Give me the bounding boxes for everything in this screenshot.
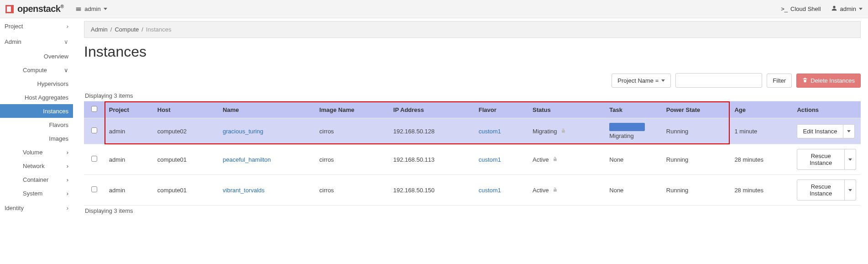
chevron-right-icon: › — [67, 23, 68, 30]
chevron-right-icon: › — [67, 205, 68, 211]
col-image[interactable]: Image Name — [315, 101, 389, 118]
col-flavor[interactable]: Flavor — [474, 101, 528, 118]
col-ip[interactable]: IP Address — [389, 101, 474, 118]
brand-text: openstack® — [17, 4, 63, 14]
sidebar-item-network[interactable]: Network › — [0, 159, 73, 173]
unlock-icon — [552, 187, 558, 194]
user-menu[interactable]: admin — [831, 5, 863, 13]
instance-name-link[interactable]: peaceful_hamilton — [223, 156, 271, 163]
openstack-logo-icon — [5, 5, 14, 13]
row-action-button[interactable]: Rescue Instance — [797, 149, 845, 170]
task-label: Migrating — [609, 132, 633, 139]
col-checkbox[interactable] — [84, 101, 105, 118]
row-checkbox[interactable] — [91, 156, 97, 162]
row-action-dropdown[interactable] — [845, 149, 856, 170]
caret-down-icon — [848, 158, 852, 161]
task-label: None — [609, 187, 623, 194]
breadcrumb-compute[interactable]: Compute — [115, 26, 139, 33]
cell-host: compute01 — [153, 144, 218, 175]
page-title: Instances — [84, 43, 861, 60]
flavor-link[interactable]: custom1 — [479, 128, 501, 135]
table-row: admincompute02gracious_turingcirros192.1… — [84, 118, 861, 144]
sidebar-item-hypervisors[interactable]: Hypervisors — [0, 77, 73, 90]
cell-ip: 192.168.50.150 — [389, 175, 474, 206]
sidebar-item-instances[interactable]: Instances — [0, 104, 73, 118]
project-dropdown[interactable]: admin — [75, 5, 107, 12]
sidebar-section-identity[interactable]: Identity › — [0, 200, 73, 216]
unlock-icon — [560, 128, 566, 135]
user-menu-label: admin — [840, 5, 856, 12]
filter-button[interactable]: Filter — [767, 74, 792, 88]
cell-power: Running — [662, 144, 730, 175]
cell-ip: 192.168.50.128 — [389, 118, 474, 144]
layers-icon — [75, 6, 82, 12]
sidebar-item-overview[interactable]: Overview — [0, 49, 73, 63]
row-checkbox[interactable] — [91, 127, 97, 133]
instance-name-link[interactable]: vibrant_torvalds — [223, 187, 265, 194]
cell-host: compute01 — [153, 175, 218, 206]
col-name[interactable]: Name — [218, 101, 315, 118]
flavor-link[interactable]: custom1 — [479, 187, 501, 194]
cell-power: Running — [662, 175, 730, 206]
row-action-button[interactable]: Edit Instance — [797, 124, 843, 138]
chevron-down-icon: ∨ — [64, 67, 68, 74]
delete-instances-button[interactable]: Delete Instances — [796, 74, 861, 88]
filter-field-dropdown[interactable]: Project Name = — [612, 74, 671, 88]
cell-status: Active — [528, 144, 605, 175]
cell-age: 28 minutes — [730, 144, 792, 175]
row-action-dropdown[interactable] — [845, 180, 856, 201]
flavor-link[interactable]: custom1 — [479, 156, 501, 163]
col-host[interactable]: Host — [153, 101, 218, 118]
cell-power: Running — [662, 118, 730, 144]
cell-status: Active — [528, 175, 605, 206]
instance-name-link[interactable]: gracious_turing — [223, 128, 263, 135]
sidebar-item-volume[interactable]: Volume › — [0, 145, 73, 159]
sidebar-item-system[interactable]: System › — [0, 186, 73, 200]
row-action-dropdown[interactable] — [843, 124, 855, 138]
chevron-right-icon: › — [67, 149, 68, 156]
cell-status: Migrating — [528, 118, 605, 144]
sidebar: Project › Admin ∨ Overview Compute ∨ Hyp… — [0, 18, 73, 264]
caret-down-icon — [104, 8, 107, 10]
breadcrumb-instances: Instances — [146, 26, 172, 33]
sidebar-item-flavors[interactable]: Flavors — [0, 118, 73, 132]
cell-project: admin — [105, 175, 153, 206]
table-row: admincompute01vibrant_torvaldscirros192.… — [84, 175, 861, 206]
col-age[interactable]: Age — [730, 101, 792, 118]
cell-project: admin — [105, 144, 153, 175]
caret-down-icon — [661, 79, 665, 82]
cell-image: cirros — [315, 144, 389, 175]
col-actions: Actions — [792, 101, 861, 118]
sidebar-item-container[interactable]: Container › — [0, 173, 73, 186]
caret-down-icon — [848, 189, 852, 191]
col-power[interactable]: Power State — [662, 101, 730, 118]
col-status[interactable]: Status — [528, 101, 605, 118]
breadcrumb: Admin / Compute / Instances — [84, 21, 861, 38]
chevron-down-icon: ∨ — [64, 38, 68, 45]
row-action-button[interactable]: Rescue Instance — [797, 180, 845, 201]
caret-down-icon — [847, 130, 851, 132]
table-row: admincompute01peaceful_hamiltoncirros192… — [84, 144, 861, 175]
cell-image: cirros — [315, 118, 389, 144]
cell-host: compute02 — [153, 118, 218, 144]
unlock-icon — [552, 156, 558, 163]
col-project[interactable]: Project — [105, 101, 153, 118]
sidebar-item-host-aggregates[interactable]: Host Aggregates — [0, 90, 73, 104]
chevron-right-icon: › — [67, 176, 68, 183]
col-task[interactable]: Task — [605, 101, 662, 118]
cell-task: None — [605, 175, 662, 206]
sidebar-section-admin[interactable]: Admin ∨ — [0, 34, 73, 49]
user-icon — [831, 5, 837, 13]
sidebar-item-images[interactable]: Images — [0, 132, 73, 145]
sidebar-item-compute[interactable]: Compute ∨ — [0, 63, 73, 77]
cloud-shell-button[interactable]: >_ Cloud Shell — [781, 5, 821, 12]
sidebar-section-project[interactable]: Project › — [0, 18, 73, 34]
terminal-icon: >_ — [781, 5, 788, 12]
task-progress-bar — [609, 123, 645, 131]
cell-task: Migrating — [605, 118, 662, 144]
cell-project: admin — [105, 118, 153, 144]
filter-input[interactable] — [675, 73, 762, 88]
displaying-count-bottom: Displaying 3 items — [85, 207, 860, 214]
row-checkbox[interactable] — [91, 186, 97, 192]
breadcrumb-admin[interactable]: Admin — [91, 26, 108, 33]
